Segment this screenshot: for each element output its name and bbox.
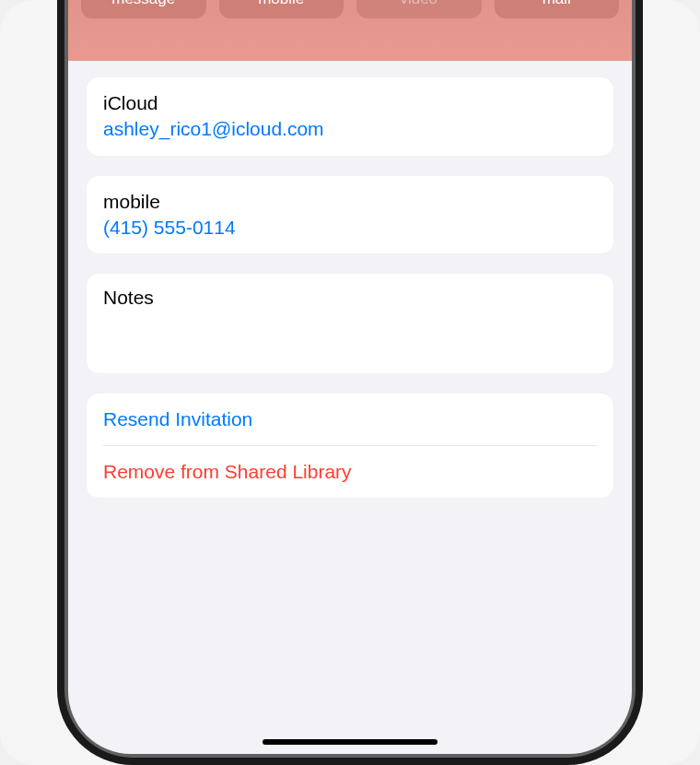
remove-from-shared-library-button[interactable]: Remove from Shared Library — [87, 446, 613, 498]
mobile-button[interactable]: mobile — [219, 0, 344, 18]
resend-invitation-button[interactable]: Resend Invitation — [87, 394, 613, 445]
mobile-label: mobile — [103, 189, 597, 214]
message-button[interactable]: message — [81, 0, 206, 18]
home-indicator[interactable] — [262, 739, 438, 745]
notes-card[interactable]: Notes — [87, 274, 613, 373]
video-button: video — [356, 0, 482, 18]
mail-button[interactable]: mail — [495, 0, 620, 18]
actions-card: Resend Invitation Remove from Shared Lib… — [87, 394, 613, 498]
icloud-label: iCloud — [103, 90, 597, 115]
icloud-email-link[interactable]: ashley_rico1@icloud.com — [103, 115, 597, 142]
contact-action-bar: message mobile video mail — [68, 0, 632, 61]
mobile-phone-link[interactable]: (415) 555-0114 — [103, 214, 597, 241]
notes-label: Notes — [103, 287, 597, 309]
phone-screen: message mobile video mail iCloud ashley_… — [68, 0, 632, 754]
phone-frame: message mobile video mail iCloud ashley_… — [57, 0, 643, 765]
mobile-card: mobile (415) 555-0114 — [87, 176, 613, 254]
icloud-card: iCloud ashley_rico1@icloud.com — [87, 77, 613, 156]
